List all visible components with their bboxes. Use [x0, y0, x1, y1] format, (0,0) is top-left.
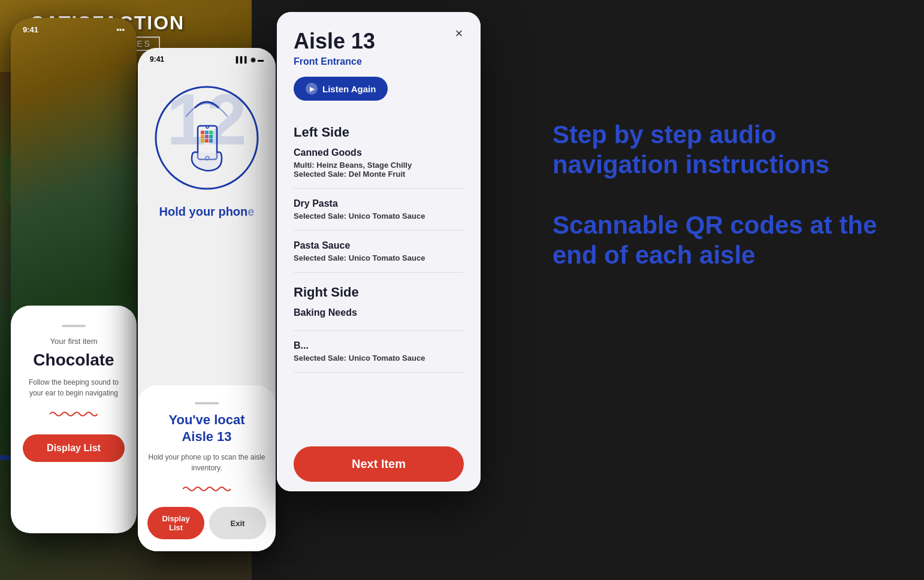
drag-handle	[62, 325, 86, 327]
drag-handle-2	[195, 402, 219, 404]
category-sale-canned: Selected Sale: Del Monte Fruit	[294, 170, 464, 179]
feature-text-block: Step by step audio navigation instructio…	[552, 120, 900, 301]
phone-2-action-buttons: Display List Exit	[147, 507, 266, 539]
category-canned-goods: Canned Goods Multi: Heinz Beans, Stage C…	[294, 147, 464, 189]
category-baking-extra: B... Selected Sale: Unico Tomato Sauce	[294, 340, 464, 373]
phone-1-overlay: Your first item Chocolate Follow the bee…	[11, 306, 137, 533]
modal-body: Left Side Canned Goods Multi: Heinz Bean…	[277, 113, 481, 491]
category-sale-baking: Selected Sale: Unico Tomato Sauce	[294, 354, 464, 362]
exit-button[interactable]: Exit	[209, 507, 266, 539]
play-icon: ▶	[306, 83, 318, 95]
phone-2-hold-desc: Hold your phone up to scan the aisle inv…	[147, 452, 266, 473]
category-multi-canned: Multi: Heinz Beans, Stage Chilly	[294, 161, 464, 170]
sale-value-sauce: Unico Tomato Sauce	[349, 253, 425, 262]
multi-label: Multi:	[294, 161, 316, 170]
multi-value: Heinz Beans, Stage Chilly	[316, 161, 412, 170]
display-list-button-1[interactable]: Display List	[23, 434, 125, 462]
phone-2-time: 9:41	[150, 55, 164, 64]
next-item-button[interactable]: Next Item	[294, 446, 464, 482]
aisle-number-bg: 12	[138, 78, 276, 161]
feature-text-2: Scannable QR codes at the end of each ai…	[552, 210, 900, 271]
wifi-icon: ◉	[250, 56, 256, 63]
phone-1-desc: Follow the beeping sound to your ear to …	[23, 377, 125, 398]
aisle-detail-modal: × Aisle 13 Front Entrance ▶ Listen Again…	[277, 12, 481, 491]
phone-1-status-bar: 9:41 ▪▪▪	[23, 25, 125, 34]
hold-text: Hold your phone	[159, 204, 255, 219]
aisle-title: Aisle 13	[294, 29, 464, 54]
category-name-baking-extra: B...	[294, 340, 464, 351]
sale-label-pasta: Selected Sale:	[294, 212, 349, 220]
located-line1: You've locat	[168, 412, 244, 427]
category-sale-pasta: Selected Sale: Unico Tomato Sauce	[294, 212, 464, 220]
feature-text-1: Step by step audio navigation instructio…	[552, 120, 900, 180]
display-list-button-2[interactable]: Display List	[147, 507, 204, 539]
close-button[interactable]: ×	[449, 24, 469, 43]
category-sale-sauce: Selected Sale: Unico Tomato Sauce	[294, 253, 464, 262]
phone-1-time: 9:41	[23, 25, 38, 34]
located-aisle: Aisle 13	[182, 429, 231, 444]
left-side-heading: Left Side	[294, 125, 464, 140]
sale-label-baking: Selected Sale:	[294, 354, 349, 362]
battery-icon: ▬	[258, 56, 264, 63]
sale-label: Selected Sale:	[294, 170, 349, 179]
phone-1-subtitle: Your first item	[23, 337, 125, 346]
phone-screen-2: 9:41 ▌▌▌ ◉ ▬ 12	[138, 48, 276, 551]
category-name-pasta: Dry Pasta	[294, 198, 464, 209]
category-baking-needs: Baking Needs	[294, 307, 464, 331]
category-name-sauce: Pasta Sauce	[294, 240, 464, 251]
phone-2-bottom-sheet: You've locat Aisle 13 Hold your phone up…	[138, 385, 276, 551]
phone-1-title: Chocolate	[23, 351, 125, 370]
phone-screen-1: 9:41 ▪▪▪ Your first item Chocolate Follo…	[11, 18, 137, 533]
signal-icon: ▌▌▌	[236, 56, 249, 63]
aisle-location: Front Entrance	[294, 56, 464, 67]
listen-again-button[interactable]: ▶ Listen Again	[294, 77, 388, 101]
category-name-canned: Canned Goods	[294, 147, 464, 158]
phone-1-icons: ▪▪▪	[116, 25, 125, 34]
sale-value: Del Monte Fruit	[349, 170, 406, 179]
sale-value-baking: Unico Tomato Sauce	[349, 354, 425, 362]
category-name-baking: Baking Needs	[294, 307, 464, 318]
listen-again-label: Listen Again	[322, 84, 376, 94]
wave-decoration-2	[147, 483, 266, 497]
phone-2-located-text: You've locat Aisle 13	[147, 412, 266, 446]
sale-label-sauce: Selected Sale:	[294, 253, 349, 262]
wave-decoration-1	[23, 408, 125, 422]
sale-value-pasta: Unico Tomato Sauce	[349, 212, 425, 220]
category-pasta-sauce: Pasta Sauce Selected Sale: Unico Tomato …	[294, 240, 464, 273]
category-dry-pasta: Dry Pasta Selected Sale: Unico Tomato Sa…	[294, 198, 464, 231]
status-icons: ▌▌▌ ◉ ▬	[236, 55, 264, 64]
phone-2-status-bar: 9:41 ▌▌▌ ◉ ▬	[150, 55, 264, 64]
modal-footer: Next Item	[277, 437, 481, 491]
right-side-heading: Right Side	[294, 285, 464, 300]
